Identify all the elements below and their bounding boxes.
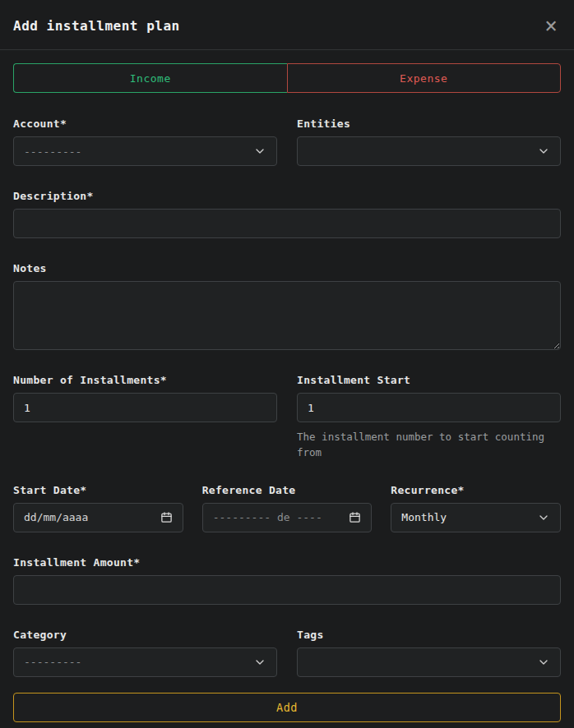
close-icon[interactable]: × bbox=[543, 15, 559, 36]
notes-textarea[interactable] bbox=[13, 281, 561, 350]
add-button[interactable]: Add bbox=[13, 693, 561, 722]
installment-amount-input[interactable] bbox=[13, 575, 561, 605]
recurrence-label: Recurrence* bbox=[391, 484, 561, 496]
tags-field: Tags bbox=[297, 629, 561, 677]
calendar-icon[interactable] bbox=[160, 511, 173, 523]
account-field: Account* --------- bbox=[13, 117, 277, 166]
num-installments-input[interactable] bbox=[13, 393, 277, 422]
category-select[interactable]: --------- bbox=[13, 647, 277, 677]
notes-label: Notes bbox=[13, 262, 561, 274]
chevron-down-icon bbox=[537, 511, 550, 524]
chevron-down-icon bbox=[253, 145, 266, 158]
start-date-placeholder: dd/mm/aaaa bbox=[24, 511, 88, 523]
category-field: Category --------- bbox=[13, 629, 277, 677]
start-date-label: Start Date* bbox=[13, 484, 183, 496]
account-label: Account* bbox=[13, 117, 277, 130]
recurrence-field: Recurrence* Monthly bbox=[391, 484, 561, 532]
modal-title: Add installment plan bbox=[13, 18, 180, 34]
reference-date-input[interactable]: --------- de ---- bbox=[202, 503, 373, 532]
modal-header: Add installment plan × bbox=[0, 0, 574, 50]
installment-start-help: The installment number to start counting… bbox=[297, 429, 561, 461]
installment-start-field: Installment Start The installment number… bbox=[297, 374, 561, 461]
recurrence-select[interactable]: Monthly bbox=[391, 503, 561, 532]
tab-income[interactable]: Income bbox=[13, 63, 287, 93]
reference-date-placeholder: --------- de ---- bbox=[213, 511, 322, 523]
modal-body: Income Expense Account* --------- Entiti… bbox=[0, 50, 574, 728]
tab-expense[interactable]: Expense bbox=[287, 63, 562, 93]
notes-row: Notes bbox=[13, 262, 561, 350]
category-label: Category bbox=[13, 629, 277, 641]
description-label: Description* bbox=[13, 190, 561, 202]
account-selected-value: --------- bbox=[24, 145, 81, 158]
tags-select[interactable] bbox=[297, 647, 561, 677]
reference-date-field: Reference Date --------- de ---- bbox=[202, 484, 373, 532]
transaction-type-toggle: Income Expense bbox=[13, 63, 561, 93]
entities-label: Entities bbox=[297, 117, 561, 130]
installment-start-input[interactable] bbox=[297, 393, 561, 422]
description-row: Description* bbox=[13, 190, 561, 238]
installments-row: Number of Installments* Installment Star… bbox=[13, 374, 561, 461]
entities-select[interactable] bbox=[297, 136, 561, 166]
installment-amount-row: Installment Amount* bbox=[13, 556, 561, 605]
category-tags-row: Category --------- Tags bbox=[13, 629, 561, 677]
chevron-down-icon bbox=[253, 656, 266, 669]
installment-amount-label: Installment Amount* bbox=[13, 556, 561, 569]
category-selected-value: --------- bbox=[24, 656, 81, 668]
chevron-down-icon bbox=[537, 145, 550, 158]
recurrence-selected-value: Monthly bbox=[401, 511, 447, 523]
account-entities-row: Account* --------- Entities bbox=[13, 117, 561, 166]
start-date-field: Start Date* dd/mm/aaaa bbox=[13, 484, 183, 532]
num-installments-label: Number of Installments* bbox=[13, 374, 277, 386]
calendar-icon[interactable] bbox=[349, 511, 361, 523]
description-input[interactable] bbox=[13, 209, 561, 238]
entities-field: Entities bbox=[297, 117, 561, 166]
tags-label: Tags bbox=[297, 629, 561, 641]
chevron-down-icon bbox=[537, 656, 550, 669]
reference-date-label: Reference Date bbox=[202, 484, 373, 496]
dates-recurrence-row: Start Date* dd/mm/aaaa Reference Date --… bbox=[13, 484, 561, 532]
account-select[interactable]: --------- bbox=[13, 136, 277, 166]
num-installments-field: Number of Installments* bbox=[13, 374, 277, 461]
installment-start-label: Installment Start bbox=[297, 374, 561, 386]
add-installment-plan-modal: Add installment plan × Income Expense Ac… bbox=[0, 0, 574, 728]
start-date-input[interactable]: dd/mm/aaaa bbox=[13, 503, 183, 532]
